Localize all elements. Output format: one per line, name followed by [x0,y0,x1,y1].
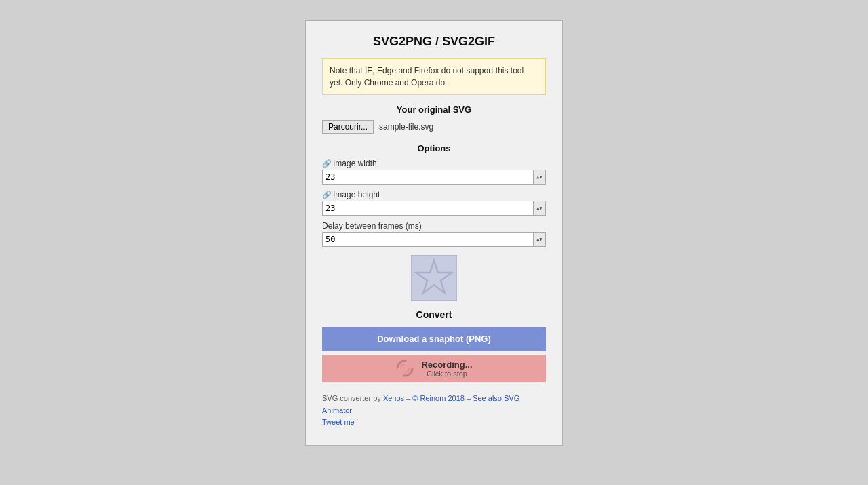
footer-text: SVG converter by [322,394,383,402]
image-width-label: 🔗 Image width [322,159,546,168]
footer-dash1: – [404,394,412,402]
options-label: Options [322,143,546,153]
spinner-icon [395,359,414,378]
svg-point-3 [401,364,409,372]
download-snapshot-button[interactable]: Download a snaphot (PNG) [322,327,546,351]
recording-text: Recording... Click to stop [421,360,472,378]
recording-sub: Click to stop [421,370,472,378]
svg-preview [411,255,457,301]
image-height-spinner[interactable]: ▲▼ [534,201,546,216]
recording-button[interactable]: Recording... Click to stop [322,355,546,382]
image-height-input-container: ▲▼ [322,201,546,216]
footer-dash2: – [465,394,473,402]
delay-label: Delay between frames (ms) [322,221,546,231]
warning-box: Note that IE, Edge and Firefox do not su… [322,58,546,95]
delay-input-container: ▲▼ [322,232,546,247]
footer-tweet-link[interactable]: Tweet me [322,418,355,426]
svg-point-2 [397,361,412,376]
footer-xenos-link[interactable]: Xenos [383,394,404,402]
footer-reinom-link[interactable]: © Reinom 2018 [412,394,465,402]
footer: SVG converter by Xenos – © Reinom 2018 –… [322,393,546,429]
image-height-input[interactable] [322,201,534,216]
image-width-input[interactable] [322,170,534,185]
convert-label: Convert [322,309,546,320]
browse-button[interactable]: Parcourir... [322,120,374,134]
preview-area [322,255,546,301]
link-icon-width: 🔗 [322,159,332,168]
delay-input[interactable] [322,232,534,247]
file-upload-row: Parcourir... sample-file.svg [322,120,546,134]
delay-spinner[interactable]: ▲▼ [534,232,546,247]
image-width-spinner[interactable]: ▲▼ [534,170,546,185]
page-title: SVG2PNG / SVG2GIF [322,35,546,49]
image-width-input-container: ▲▼ [322,170,546,185]
file-name: sample-file.svg [379,122,433,132]
recording-title: Recording... [421,360,472,370]
original-svg-label: Your original SVG [322,104,546,115]
main-container: SVG2PNG / SVG2GIF Note that IE, Edge and… [305,20,563,446]
image-height-label: 🔗 Image height [322,190,546,199]
options-section: 🔗 Image width ▲▼ 🔗 Image height ▲▼ Delay… [322,159,546,247]
link-icon-height: 🔗 [322,191,332,199]
